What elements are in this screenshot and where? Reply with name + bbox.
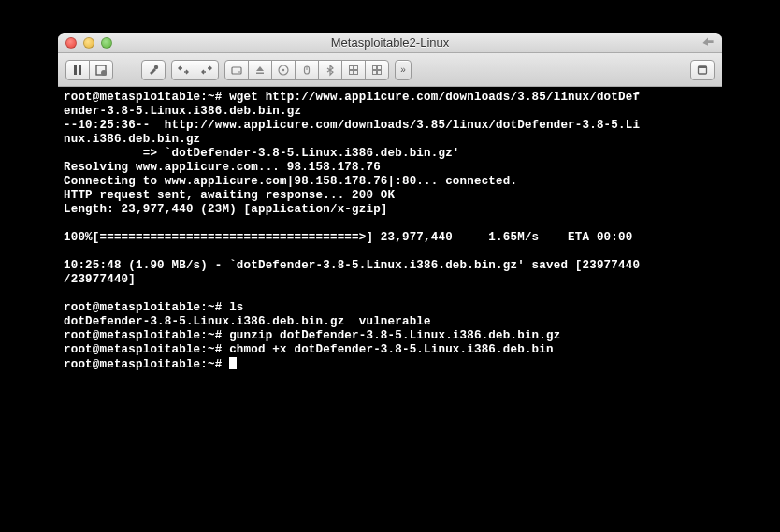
svg-rect-15 [354, 70, 358, 74]
svg-point-6 [238, 71, 240, 73]
swap-right-button[interactable] [195, 60, 219, 80]
terminal-line: => `dotDefender-3.8-5.Linux.i386.deb.bin… [64, 147, 460, 160]
terminal-line: 10:25:48 (1.90 MB/s) - `dotDefender-3.8-… [64, 259, 640, 272]
terminal-output[interactable]: root@metasploitable:~# wget http://www.a… [58, 87, 722, 480]
titlebar: Metasploitable2-Linux [58, 33, 722, 53]
vm-window: Metasploitable2-Linux [58, 33, 722, 480]
terminal-line: root@metasploitable:~# gunzip dotDefende… [64, 329, 560, 342]
fullscreen-corner-icon[interactable] [701, 36, 715, 50]
terminal-line: HTTP request sent, awaiting response... … [64, 189, 395, 202]
svg-rect-19 [378, 70, 382, 74]
svg-rect-18 [373, 70, 377, 74]
terminal-line: 100%[===================================… [64, 231, 632, 244]
zoom-button[interactable] [101, 37, 112, 49]
terminal-prompt: root@metasploitable:~# [64, 358, 229, 371]
terminal-line: nux.i386.deb.bin.gz [64, 133, 200, 146]
grid-icon-1[interactable] [341, 60, 366, 80]
toolbar: » [58, 53, 722, 87]
svg-point-9 [282, 68, 284, 70]
terminal-line: /23977440] [64, 273, 136, 286]
disc-icon[interactable] [271, 60, 296, 80]
svg-rect-0 [74, 65, 77, 75]
cursor [229, 357, 237, 369]
terminal-line: --10:25:36-- http://www.applicure.com/do… [64, 119, 640, 132]
terminal-line: Length: 23,977,440 (23M) [application/x-… [64, 203, 388, 216]
close-button[interactable] [65, 37, 77, 49]
grid-icon-2[interactable] [365, 60, 389, 80]
svg-point-4 [154, 65, 158, 68]
toolbar-overflow-button[interactable]: » [395, 60, 412, 80]
svg-rect-13 [354, 65, 358, 69]
svg-rect-1 [79, 65, 81, 75]
snapshot-button[interactable] [89, 60, 113, 80]
terminal-line: root@metasploitable:~# ls [64, 301, 244, 314]
settings-button[interactable] [141, 60, 166, 80]
harddrive-icon[interactable] [224, 60, 249, 80]
terminal-line: ender-3.8-5.Linux.i386.deb.bin.gz [64, 105, 301, 118]
svg-rect-14 [350, 70, 354, 74]
svg-rect-12 [350, 65, 354, 69]
terminal-line: root@metasploitable:~# chmod +x dotDefen… [64, 343, 554, 356]
terminal-line: dotDefender-3.8-5.Linux.i386.deb.bin.gz … [64, 315, 431, 328]
svg-rect-21 [699, 66, 707, 68]
minimize-button[interactable] [83, 37, 94, 49]
svg-rect-17 [378, 65, 382, 69]
svg-rect-16 [373, 65, 377, 69]
window-title: Metasploitable2-Linux [58, 36, 722, 50]
eject-icon[interactable] [248, 60, 272, 80]
pause-button[interactable] [65, 60, 90, 80]
terminal-line: Resolving www.applicure.com... 98.158.17… [64, 161, 381, 174]
traffic-lights [65, 37, 112, 49]
bluetooth-icon[interactable] [318, 60, 342, 80]
swap-left-button[interactable] [171, 60, 195, 80]
mouse-icon[interactable] [295, 60, 319, 80]
svg-rect-7 [256, 72, 264, 74]
terminal-line: Connecting to www.applicure.com|98.158.1… [64, 175, 517, 188]
windowed-mode-button[interactable] [690, 60, 715, 80]
svg-rect-5 [232, 67, 241, 74]
svg-point-3 [101, 70, 107, 76]
terminal-line: root@metasploitable:~# wget http://www.a… [64, 91, 640, 104]
